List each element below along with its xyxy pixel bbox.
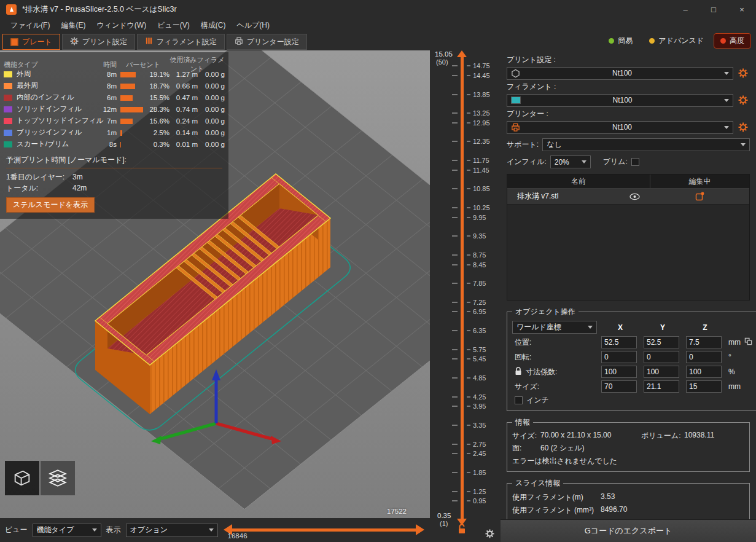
uniform-scale-lock-icon[interactable] xyxy=(515,367,522,377)
display-options-select[interactable]: オプション xyxy=(126,524,218,537)
infill-select[interactable]: 20% xyxy=(550,155,591,168)
position-x-input[interactable] xyxy=(601,336,637,348)
layer-tick[interactable]: 5.75 xyxy=(430,346,501,353)
minimize-button[interactable]: – xyxy=(671,0,699,18)
inch-label: インチ xyxy=(526,395,549,406)
layer-tick[interactable]: 8.45 xyxy=(430,261,501,269)
layer-slider[interactable]: 15.05 (50) 14.7514.4513.8513.2512.9512.3… xyxy=(430,50,501,542)
object-row[interactable]: 排水溝 v7.stl xyxy=(507,189,749,205)
menu-item-help[interactable]: ヘルプ(H) xyxy=(231,19,275,32)
gcode-range-handle-right[interactable] xyxy=(416,524,424,535)
layer-tick[interactable]: 4.25 xyxy=(430,393,501,401)
feature-time: 8s xyxy=(96,141,117,148)
filament-gear-button[interactable] xyxy=(736,93,750,107)
view-3d-button[interactable] xyxy=(5,461,39,495)
rotation-label: 回転: xyxy=(512,352,597,363)
layer-tick[interactable]: 14.75 xyxy=(430,62,501,69)
rotation-y-input[interactable] xyxy=(644,351,679,363)
layer-tick[interactable]: 2.75 xyxy=(430,441,501,448)
maximize-button[interactable]: □ xyxy=(699,0,728,18)
close-button[interactable]: × xyxy=(728,0,756,18)
edit-icon[interactable] xyxy=(650,192,749,201)
layer-tick[interactable]: 11.45 xyxy=(430,167,501,174)
layer-tick[interactable]: 7.85 xyxy=(430,280,501,287)
layer-tick[interactable]: 9.35 xyxy=(430,232,501,240)
axis-x-header: X xyxy=(601,323,639,332)
mode-expert[interactable]: 高度 xyxy=(714,33,751,49)
layer-tick[interactable]: 10.25 xyxy=(430,204,501,211)
layer-tick[interactable]: 0.95 xyxy=(430,497,501,505)
position-y-input[interactable] xyxy=(644,336,679,348)
size-x-input[interactable] xyxy=(601,380,637,393)
layer-tick[interactable]: 12.95 xyxy=(430,119,501,127)
rotation-x-input[interactable] xyxy=(601,351,637,363)
object-list[interactable]: 名前 編集中 排水溝 v7.stl xyxy=(507,174,750,300)
view-layers-button[interactable] xyxy=(41,461,75,495)
printer-gear-button[interactable] xyxy=(736,120,750,134)
scale-y-input[interactable] xyxy=(644,366,679,378)
unlock-icon[interactable] xyxy=(457,524,467,536)
mode-simple[interactable]: 簡易 xyxy=(602,33,639,49)
viewport-3d[interactable]: 機能タイプ 時間 パーセント 使用済みフィラメント 外周8m19.1%1.27 … xyxy=(0,50,430,518)
feature-time: 1m xyxy=(96,129,117,136)
tab-printer-settings[interactable]: プリンター設定 xyxy=(227,34,307,50)
rotation-z-input[interactable] xyxy=(686,351,722,363)
layer-tick[interactable]: 5.45 xyxy=(430,355,501,363)
total-time-label: トータル: xyxy=(6,183,72,194)
info-size-value: 70.00 x 21.10 x 15.00 xyxy=(540,431,641,441)
layer-tick[interactable]: 6.35 xyxy=(430,327,501,334)
scale-x-input[interactable] xyxy=(601,366,637,378)
print-settings-select[interactable]: Nt100 xyxy=(507,67,733,80)
size-z-input[interactable] xyxy=(686,380,722,393)
position-z-input[interactable] xyxy=(686,336,722,348)
layer-tick[interactable]: 1.85 xyxy=(430,469,501,476)
info-volume-value: 10938.11 xyxy=(684,431,744,441)
tab-filament-settings[interactable]: フィラメント設定 xyxy=(137,34,225,50)
layer-tick[interactable]: 3.35 xyxy=(430,422,501,429)
gcode-range-track[interactable] xyxy=(232,528,416,532)
layer-tick[interactable]: 9.95 xyxy=(430,214,501,221)
stealth-mode-button[interactable]: ステルスモードを表示 xyxy=(6,197,95,213)
tab-plater[interactable]: プレート xyxy=(2,34,60,50)
print-settings-gear-button[interactable] xyxy=(736,66,750,80)
eye-icon[interactable] xyxy=(619,193,650,200)
size-y-input[interactable] xyxy=(644,380,679,393)
inch-checkbox[interactable] xyxy=(515,396,523,404)
menu-item-edit[interactable]: 編集(E) xyxy=(55,19,91,32)
layer-tick[interactable]: 8.75 xyxy=(430,251,501,259)
layer-tick[interactable]: 11.75 xyxy=(430,157,501,164)
layer-tick[interactable]: 13.25 xyxy=(430,109,501,117)
filament-label: フィラメント : xyxy=(507,82,750,92)
layer-tick[interactable]: 4.85 xyxy=(430,374,501,382)
view-type-select[interactable]: 機能タイプ xyxy=(33,524,101,537)
filament-select[interactable]: Nt100 xyxy=(507,94,733,107)
menu-item-file[interactable]: ファイル(F) xyxy=(5,19,55,32)
printer-select[interactable]: Nt100 xyxy=(507,121,733,134)
layer-tick[interactable]: 6.95 xyxy=(430,308,501,315)
export-gcode-button[interactable]: Gコードのエクスポート xyxy=(501,519,756,542)
brim-checkbox[interactable] xyxy=(631,158,639,166)
layer-tick[interactable]: 14.45 xyxy=(430,72,501,79)
tab-print-settings[interactable]: プリント設定 xyxy=(62,34,135,50)
menu-item-window[interactable]: ウィンドウ(W) xyxy=(91,19,152,32)
layer-slider-handle-top[interactable] xyxy=(457,50,467,57)
layer-tick[interactable]: 3.95 xyxy=(430,403,501,410)
layer-tick[interactable]: 13.85 xyxy=(430,91,501,98)
feature-percent: 15.5% xyxy=(145,94,170,101)
filament-icon xyxy=(145,37,153,47)
support-select[interactable]: なし xyxy=(542,138,750,151)
layer-tick[interactable]: 10.85 xyxy=(430,185,501,192)
mode-advanced[interactable]: アドバンスド xyxy=(642,33,711,49)
layer-settings-gear-icon[interactable] xyxy=(485,529,494,540)
layer-tick[interactable]: 12.35 xyxy=(430,138,501,145)
gcode-range-slider[interactable]: 17522 16846 xyxy=(223,518,425,542)
feature-length: 0.14 m xyxy=(170,129,198,136)
layer-tick[interactable]: 2.45 xyxy=(430,450,501,457)
coordinate-system-select[interactable]: ワールド座標 xyxy=(512,321,597,334)
menu-item-configuration[interactable]: 構成(C) xyxy=(195,19,232,32)
layer-tick[interactable]: 7.25 xyxy=(430,299,501,306)
drop-to-bed-icon[interactable] xyxy=(744,337,752,347)
menu-item-view[interactable]: ビュー(V) xyxy=(152,19,195,32)
layer-tick[interactable]: 1.25 xyxy=(430,488,501,495)
scale-z-input[interactable] xyxy=(686,366,722,378)
